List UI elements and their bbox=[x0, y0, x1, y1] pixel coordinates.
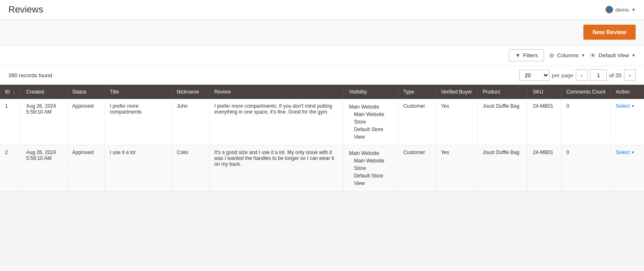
cell-visibility: Main Website Main Website Store Default … bbox=[344, 145, 398, 192]
th-title-label: Title bbox=[110, 89, 119, 95]
cell-comments-count: 0 bbox=[561, 145, 611, 192]
cell-review: It's a good size and I use it a lot. My … bbox=[209, 145, 344, 192]
th-sku[interactable]: SKU bbox=[528, 85, 561, 99]
sort-icon: ↓ bbox=[13, 90, 15, 94]
new-review-button[interactable]: New Review bbox=[583, 25, 636, 40]
th-verified-buyer[interactable]: Verified Buyer bbox=[436, 85, 478, 99]
controls-bar: ▼ Filters ⚙ Columns ▼ 👁 Default View ▼ bbox=[0, 45, 644, 66]
th-nickname[interactable]: Nickname bbox=[171, 85, 209, 99]
table-header-row: ID ↓ Created Status Title Nickname Revie… bbox=[0, 85, 644, 99]
th-review-label: Review bbox=[215, 89, 231, 95]
cell-sku: 24-MB01 bbox=[528, 99, 561, 145]
per-page-label: per page bbox=[552, 72, 573, 79]
columns-chevron-icon: ▼ bbox=[581, 53, 585, 58]
view-chevron-icon: ▼ bbox=[631, 53, 636, 58]
th-product-label: Product bbox=[483, 89, 500, 95]
toolbar-bar: New Review bbox=[0, 20, 644, 45]
th-nickname-label: Nickname bbox=[177, 89, 199, 95]
cell-visibility: Main Website Main Website Store Default … bbox=[344, 99, 398, 145]
cell-id: 2 bbox=[0, 145, 21, 192]
th-comments-count[interactable]: Comments Count bbox=[561, 85, 611, 99]
cell-title: I use it a lot bbox=[105, 145, 171, 192]
visibility-cell: Main Website Main Website Store Default … bbox=[349, 103, 393, 141]
cell-type: Customer bbox=[398, 145, 436, 192]
cell-nickname: Colin bbox=[171, 145, 209, 192]
filter-icon: ▼ bbox=[515, 52, 521, 58]
pagination: 20 30 50 100 200 per page ‹ of 20 › bbox=[519, 69, 636, 81]
columns-label: Columns bbox=[557, 52, 578, 58]
action-select-link[interactable]: Select ▼ bbox=[616, 103, 639, 109]
filters-label: Filters bbox=[523, 52, 538, 58]
cell-product: Joust Duffle Bag bbox=[478, 145, 528, 192]
cell-comments-count: 0 bbox=[561, 99, 611, 145]
cell-product: Joust Duffle Bag bbox=[478, 99, 528, 145]
next-page-button[interactable]: › bbox=[624, 69, 636, 81]
cell-sku: 24-MB01 bbox=[528, 145, 561, 192]
th-id[interactable]: ID ↓ bbox=[0, 85, 21, 99]
cell-verified-buyer: Yes bbox=[436, 145, 478, 192]
view-label: Default View bbox=[598, 52, 629, 58]
th-title[interactable]: Title bbox=[105, 85, 171, 99]
prev-page-button[interactable]: ‹ bbox=[576, 69, 588, 81]
user-menu[interactable]: 👤 demo ▼ bbox=[606, 6, 636, 13]
table-row: 1 Aug 26, 2024 5:58:10 AM Approved I pre… bbox=[0, 99, 644, 145]
records-count: 390 records found bbox=[8, 72, 52, 79]
action-chevron-icon: ▼ bbox=[631, 104, 635, 108]
filters-button[interactable]: ▼ Filters bbox=[509, 49, 544, 61]
th-type-label: Type bbox=[403, 89, 414, 95]
th-created[interactable]: Created bbox=[21, 85, 67, 99]
th-comments-count-label: Comments Count bbox=[566, 89, 605, 95]
gear-icon: ⚙ bbox=[549, 52, 555, 59]
cell-type: Customer bbox=[398, 99, 436, 145]
cell-id: 1 bbox=[0, 99, 21, 145]
th-product[interactable]: Product bbox=[478, 85, 528, 99]
table-body: 1 Aug 26, 2024 5:58:10 AM Approved I pre… bbox=[0, 99, 644, 192]
reviews-table: ID ↓ Created Status Title Nickname Revie… bbox=[0, 85, 644, 192]
cell-action: Select ▼ bbox=[611, 145, 644, 192]
th-status-label: Status bbox=[72, 89, 87, 95]
page-of-label: of 20 bbox=[609, 72, 621, 79]
page-number-input[interactable] bbox=[590, 69, 607, 81]
action-select-link[interactable]: Select ▼ bbox=[616, 149, 639, 155]
user-avatar-icon: 👤 bbox=[606, 6, 613, 13]
eye-icon: 👁 bbox=[590, 52, 596, 59]
th-action-label: Action bbox=[616, 89, 630, 95]
columns-button[interactable]: ⚙ Columns ▼ bbox=[549, 52, 585, 59]
th-visibility-label: Visibility bbox=[349, 89, 367, 95]
th-type[interactable]: Type bbox=[398, 85, 436, 99]
records-bar: 390 records found 20 30 50 100 200 per p… bbox=[0, 66, 644, 85]
cell-verified-buyer: Yes bbox=[436, 99, 478, 145]
cell-created: Aug 26, 2024 5:58:10 AM bbox=[21, 145, 67, 192]
reviews-table-container: ID ↓ Created Status Title Nickname Revie… bbox=[0, 85, 644, 192]
cell-title: I prefer more compartments bbox=[105, 99, 171, 145]
per-page-dropdown[interactable]: 20 30 50 100 200 bbox=[519, 70, 549, 81]
cell-action: Select ▼ bbox=[611, 99, 644, 145]
th-id-label: ID bbox=[5, 89, 10, 95]
cell-nickname: John bbox=[171, 99, 209, 145]
cell-status: Approved bbox=[67, 145, 105, 192]
th-created-label: Created bbox=[26, 89, 44, 95]
th-review[interactable]: Review bbox=[209, 85, 344, 99]
th-visibility[interactable]: Visibility bbox=[344, 85, 398, 99]
table-row: 2 Aug 26, 2024 5:58:10 AM Approved I use… bbox=[0, 145, 644, 192]
per-page-select[interactable]: 20 30 50 100 200 bbox=[519, 70, 549, 81]
user-chevron-icon: ▼ bbox=[631, 8, 636, 12]
th-status[interactable]: Status bbox=[67, 85, 105, 99]
top-bar: Reviews 👤 demo ▼ bbox=[0, 0, 644, 20]
th-sku-label: SKU bbox=[533, 89, 543, 95]
th-verified-buyer-label: Verified Buyer bbox=[441, 89, 472, 95]
th-action[interactable]: Action bbox=[611, 85, 644, 99]
cell-review: I prefer more compartments. If you don't… bbox=[209, 99, 344, 145]
visibility-cell: Main Website Main Website Store Default … bbox=[349, 149, 393, 187]
cell-created: Aug 26, 2024 5:58:10 AM bbox=[21, 99, 67, 145]
action-chevron-icon: ▼ bbox=[631, 150, 635, 154]
user-name: demo bbox=[616, 7, 629, 13]
default-view-button[interactable]: 👁 Default View ▼ bbox=[590, 52, 636, 59]
cell-status: Approved bbox=[67, 99, 105, 145]
page-title: Reviews bbox=[8, 4, 43, 15]
